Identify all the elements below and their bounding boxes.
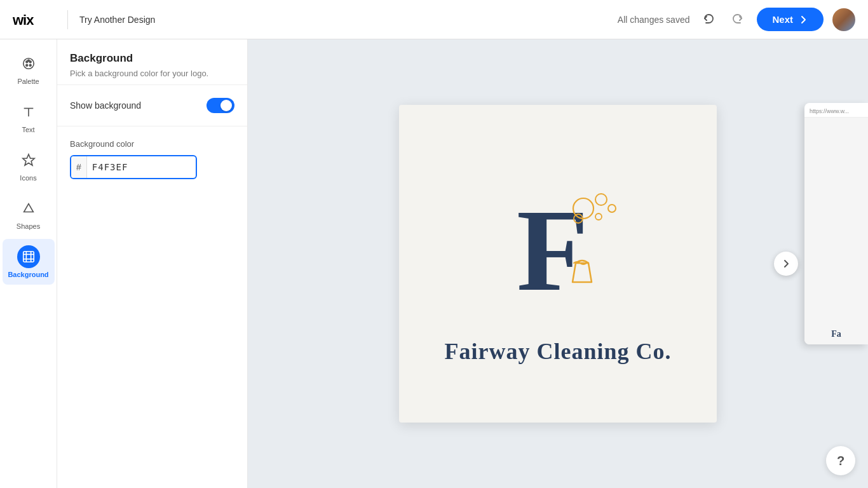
svg-point-4 [25,64,27,66]
show-bg-row: Show background [70,98,234,113]
slide-preview-url: https://www.w... [804,103,868,118]
show-bg-label: Show background [70,100,141,111]
svg-text:wix: wix [13,12,34,27]
sidebar-nav: Palette Text Icons [0,39,57,488]
text-icon-wrap [17,100,40,123]
text-icon [22,105,36,119]
svg-point-6 [27,60,29,62]
svg-point-18 [608,205,616,212]
shapes-icon-wrap [17,197,40,220]
sidebar-item-icons[interactable]: Icons [3,142,55,188]
next-slide-button[interactable] [774,252,798,276]
hash-sign: # [71,156,87,178]
panel-title: Background [70,52,234,65]
wix-logo: wix [13,12,43,27]
icons-icon [22,153,36,167]
show-background-toggle[interactable] [207,98,234,113]
header: wix Try Another Design All changes saved… [0,0,868,39]
logo-card: F [399,105,717,423]
color-input-row: # [70,155,197,179]
background-icon [22,250,36,264]
icons-icon-wrap [17,149,40,172]
help-label: ? [837,454,844,468]
try-another-design: Try Another Design [79,15,155,25]
next-button[interactable]: Next [757,8,824,31]
svg-point-17 [595,194,607,205]
sidebar-label-icons: Icons [20,174,36,182]
svg-point-20 [595,214,602,220]
sidebar-item-palette[interactable]: Palette [3,46,55,92]
svg-marker-9 [22,154,34,165]
shapes-icon [22,201,36,215]
svg-text:F: F [517,185,588,315]
background-panel: Background Pick a background color for y… [57,39,248,488]
palette-icon-wrap [17,52,40,75]
header-divider [67,10,68,29]
slide-preview-content: Fa [804,118,868,344]
next-label: Next [772,14,793,25]
slide-preview-name: Fa [831,329,841,339]
sidebar-label-palette: Palette [17,78,39,85]
sidebar-label-text: Text [22,126,34,133]
panel-subtitle: Pick a background color for your logo. [70,69,234,78]
bg-color-section: Background color # [57,126,247,192]
changes-saved-status: All changes saved [618,15,690,25]
undo-button[interactable] [698,10,719,30]
header-actions: All changes saved Next [618,8,855,31]
canvas-area: F [248,39,868,488]
panel-header: Background Pick a background color for y… [57,39,247,85]
user-avatar[interactable] [832,8,855,31]
svg-point-5 [29,64,31,66]
sidebar-item-shapes[interactable]: Shapes [3,191,55,236]
background-icon-wrap [17,245,40,268]
logo-company-name: Fairway Cleaning Co. [445,338,672,365]
slide-preview: https://www.w... Fa [804,103,868,344]
main-layout: Palette Text Icons [0,39,868,488]
palette-icon [22,57,36,71]
bg-color-label: Background color [70,139,234,149]
sidebar-label-shapes: Shapes [17,222,40,230]
sidebar-item-background[interactable]: Background [3,239,55,285]
logo-graphic: F [475,163,641,328]
toggle-thumb [220,100,232,111]
logo-svg: F [475,163,641,328]
show-background-section: Show background [57,85,247,126]
help-button[interactable]: ? [826,446,855,475]
sidebar-label-background: Background [8,271,48,278]
redo-button[interactable] [728,10,748,30]
sidebar-item-text[interactable]: Text [3,94,55,140]
svg-rect-10 [23,252,34,262]
color-value-input[interactable] [87,162,197,172]
